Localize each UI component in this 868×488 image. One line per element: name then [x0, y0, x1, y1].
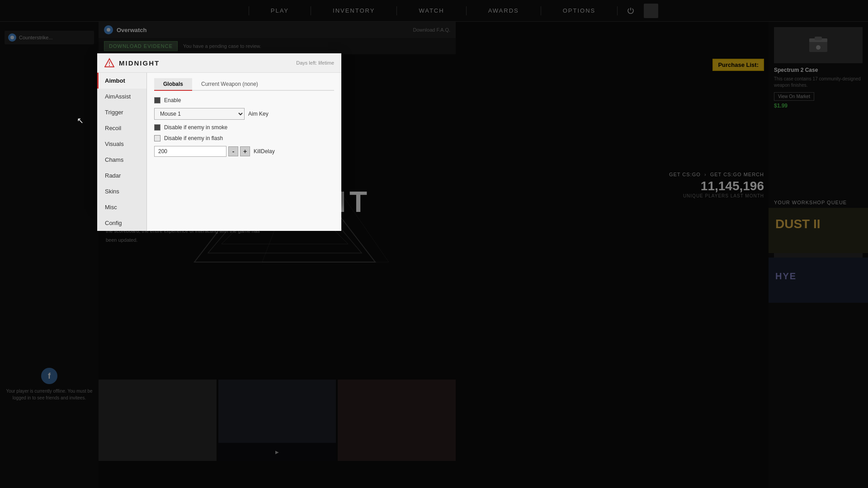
- modal-body: Aimbot AimAssist Trigger Recoil Visuals …: [97, 73, 341, 231]
- disable-flash-label: Disable if enemy in flash: [164, 135, 223, 141]
- modal-nav-skins[interactable]: Skins: [97, 183, 146, 199]
- kill-delay-row: - + KillDelay: [154, 146, 334, 157]
- disable-flash-row: Disable if enemy in flash: [154, 135, 334, 141]
- cursor-hint: ↖: [77, 116, 84, 126]
- enable-checkbox[interactable]: [154, 97, 160, 103]
- modal-nav-visuals[interactable]: Visuals: [97, 136, 146, 152]
- modal-logo-icon: [104, 58, 114, 68]
- modal-nav-aimassist[interactable]: AimAssist: [97, 89, 146, 104]
- modal-nav-misc[interactable]: Misc: [97, 199, 146, 215]
- modal-titlebar: MIDNIGHT Days left: lifetime: [97, 53, 341, 73]
- kill-delay-plus-btn[interactable]: +: [240, 146, 250, 156]
- modal-nav-config[interactable]: Config: [97, 215, 146, 231]
- modal-nav: Aimbot AimAssist Trigger Recoil Visuals …: [97, 73, 147, 231]
- svg-point-12: [109, 65, 110, 66]
- modal-title: MIDNIGHT: [119, 59, 160, 67]
- midnight-modal: MIDNIGHT Days left: lifetime Aimbot AimA…: [97, 53, 341, 207]
- tab-globals[interactable]: Globals: [154, 78, 192, 91]
- aim-key-label: Aim Key: [248, 111, 269, 117]
- modal-nav-aimbot[interactable]: Aimbot: [97, 73, 146, 89]
- kill-delay-minus-btn[interactable]: -: [228, 146, 238, 156]
- disable-smoke-checkbox[interactable]: [154, 124, 160, 131]
- modal-nav-chams[interactable]: Chams: [97, 152, 146, 168]
- aim-key-select[interactable]: Mouse 1 Mouse 2 Mouse 3 Shift Alt: [154, 108, 245, 120]
- disable-flash-checkbox[interactable]: [154, 135, 160, 141]
- modal-nav-recoil[interactable]: Recoil: [97, 120, 146, 136]
- modal-nav-radar[interactable]: Radar: [97, 168, 146, 183]
- enable-label: Enable: [164, 97, 181, 103]
- kill-delay-label: KillDelay: [254, 148, 275, 155]
- kill-delay-input[interactable]: [154, 146, 226, 157]
- aim-key-row: Mouse 1 Mouse 2 Mouse 3 Shift Alt Aim Ke…: [154, 108, 334, 120]
- modal-tabs: Globals Current Weapon (none): [154, 78, 334, 91]
- disable-smoke-label: Disable if enemy in smoke: [164, 124, 227, 131]
- tab-current-weapon[interactable]: Current Weapon (none): [192, 78, 267, 91]
- disable-smoke-row: Disable if enemy in smoke: [154, 124, 334, 131]
- modal-days: Days left: lifetime: [296, 60, 334, 66]
- modal-nav-trigger[interactable]: Trigger: [97, 104, 146, 120]
- modal-content: Globals Current Weapon (none) Enable Mou…: [147, 73, 341, 231]
- enable-row: Enable: [154, 97, 334, 103]
